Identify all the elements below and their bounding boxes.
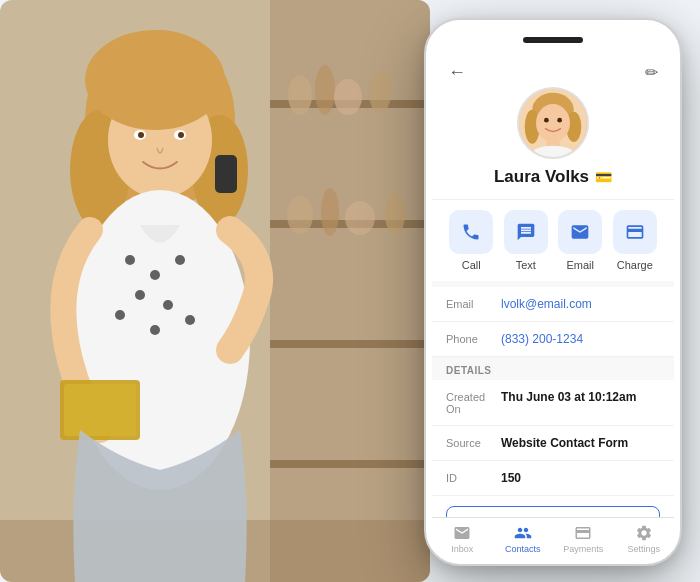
edit-button[interactable]: ✏ (645, 63, 658, 82)
svg-point-30 (163, 300, 173, 310)
svg-point-23 (178, 132, 184, 138)
contact-details: Email lvolk@email.com Phone (833) 200-12… (432, 287, 674, 517)
payment-card-icon: 💳 (595, 169, 612, 185)
call-label: Call (462, 259, 481, 271)
svg-point-29 (135, 290, 145, 300)
svg-point-32 (150, 325, 160, 335)
svg-point-41 (536, 104, 570, 142)
email-field-value[interactable]: lvolk@email.com (501, 297, 660, 311)
nav-settings-label: Settings (627, 544, 660, 554)
nav-inbox[interactable]: Inbox (438, 524, 486, 554)
bottom-navigation: Inbox Contacts Payments Settings (432, 517, 674, 558)
svg-point-42 (544, 118, 549, 123)
svg-point-43 (557, 118, 562, 123)
source-detail-row: Source Website Contact Form (432, 426, 674, 461)
nav-payments-label: Payments (563, 544, 603, 554)
svg-point-10 (287, 196, 313, 234)
call-icon (449, 210, 493, 254)
source-field-label: Source (446, 436, 501, 449)
svg-point-26 (125, 255, 135, 265)
contact-name: Laura Volks (494, 167, 589, 187)
svg-rect-36 (215, 155, 237, 193)
phone-mockup: ← ✏ (424, 18, 682, 566)
text-button[interactable]: Text (502, 210, 550, 271)
svg-point-27 (150, 270, 160, 280)
id-field-value: 150 (501, 471, 660, 485)
phone-notch (523, 37, 583, 43)
phone-status-bar (432, 26, 674, 54)
svg-point-8 (334, 79, 362, 115)
email-label: Email (566, 259, 594, 271)
phone-field-label: Phone (446, 332, 501, 345)
svg-point-22 (138, 132, 144, 138)
details-section-header: DETAILS (432, 357, 674, 380)
created-field-value: Thu June 03 at 10:12am (501, 390, 660, 404)
action-buttons-row: Call Text Email (432, 199, 674, 281)
created-field-label: Created On (446, 390, 501, 415)
svg-point-19 (85, 30, 225, 130)
view-full-contact-button[interactable]: View Full Contact Details (446, 506, 660, 517)
nav-settings[interactable]: Settings (620, 524, 668, 554)
created-detail-row: Created On Thu June 03 at 10:12am (432, 380, 674, 426)
svg-point-33 (185, 315, 195, 325)
email-icon (558, 210, 602, 254)
phone-field-value[interactable]: (833) 200-1234 (501, 332, 660, 346)
svg-point-11 (321, 188, 339, 236)
email-detail-row: Email lvolk@email.com (432, 287, 674, 322)
id-detail-row: ID 150 (432, 461, 674, 496)
text-icon (504, 210, 548, 254)
back-button[interactable]: ← (448, 62, 466, 83)
phone-detail-row: Phone (833) 200-1234 (432, 322, 674, 357)
nav-contacts[interactable]: Contacts (499, 524, 547, 554)
nav-payments[interactable]: Payments (559, 524, 607, 554)
email-button[interactable]: Email (556, 210, 604, 271)
id-field-label: ID (446, 471, 501, 484)
svg-point-7 (315, 65, 335, 115)
svg-point-28 (175, 255, 185, 265)
svg-rect-4 (270, 340, 430, 348)
text-label: Text (516, 259, 536, 271)
background-photo (0, 0, 430, 582)
svg-point-13 (385, 193, 405, 235)
svg-point-31 (115, 310, 125, 320)
svg-point-6 (288, 75, 312, 115)
nav-contacts-label: Contacts (505, 544, 541, 554)
call-button[interactable]: Call (447, 210, 495, 271)
charge-label: Charge (617, 259, 653, 271)
avatar (517, 87, 589, 159)
phone-header: ← ✏ (432, 54, 674, 83)
svg-rect-35 (64, 384, 136, 436)
svg-rect-5 (270, 460, 430, 468)
contact-profile: Laura Volks 💳 (432, 83, 674, 199)
source-field-value: Website Contact Form (501, 436, 660, 450)
svg-point-12 (345, 201, 375, 235)
charge-icon (613, 210, 657, 254)
charge-button[interactable]: Charge (611, 210, 659, 271)
email-field-label: Email (446, 297, 501, 310)
nav-inbox-label: Inbox (451, 544, 473, 554)
contact-name-row: Laura Volks 💳 (494, 167, 612, 187)
svg-point-9 (369, 70, 391, 114)
